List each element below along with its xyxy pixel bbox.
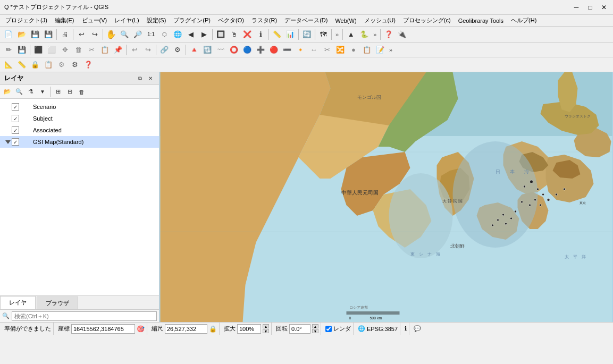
paste-features-button[interactable]: 📌: [112, 44, 124, 56]
crs-section[interactable]: 🌐 EPSG:3857: [356, 323, 400, 335]
menu-item-d[interactable]: データベース(D): [281, 15, 331, 26]
reshape-button[interactable]: 🔸: [294, 44, 307, 56]
zoom-native-button[interactable]: 1:1: [145, 28, 157, 41]
zoom-layer-button[interactable]: ⬡: [158, 28, 171, 41]
layer-check-subject[interactable]: ✓: [12, 115, 19, 122]
zoom-full-button[interactable]: 🌐: [171, 28, 184, 41]
expand-all-button[interactable]: ⊞: [53, 87, 63, 97]
measure-button[interactable]: 📏: [271, 28, 283, 41]
feature-form-button[interactable]: 📋: [42, 58, 55, 71]
maximize-button[interactable]: □: [585, 3, 595, 12]
pan-button[interactable]: ✋: [105, 28, 117, 41]
menu-item-s[interactable]: 設定(S): [144, 15, 170, 26]
coordinate-input[interactable]: [71, 324, 135, 334]
undo-button[interactable]: ↩: [75, 28, 88, 41]
plugin-button[interactable]: 🐍: [358, 28, 371, 41]
menu-item-geolibraraytools[interactable]: Geolibraray Tools: [455, 16, 507, 25]
menu-item-v[interactable]: ビュー(V): [79, 15, 111, 26]
magnify-down[interactable]: ▼: [263, 329, 269, 333]
toolbar-more2-button[interactable]: »: [371, 30, 379, 39]
deselect-button[interactable]: ❌: [241, 28, 254, 41]
collapse-all-button[interactable]: ⊟: [64, 87, 75, 97]
help-button[interactable]: ❓: [382, 28, 395, 41]
menu-item-h[interactable]: ヘルプ(H): [508, 15, 540, 26]
rotate-down[interactable]: ▼: [312, 329, 318, 333]
lock-button[interactable]: 🔒: [29, 58, 41, 71]
add-ring-button[interactable]: ⭕: [228, 44, 240, 56]
merge-button[interactable]: 🔀: [334, 44, 347, 56]
menu-item-o[interactable]: ベクタ(O): [215, 15, 247, 26]
remove-layer-button[interactable]: 🗑: [76, 87, 87, 97]
magnify-up[interactable]: ▲: [263, 324, 269, 328]
question-button[interactable]: ❓: [82, 58, 95, 71]
map-canvas[interactable]: 中華人民元司国 北朝鮮 大 韓 民 国 日 本 海 東 シ ナ 海 太 平 洋 …: [159, 72, 613, 322]
plugin2-button[interactable]: 🔌: [396, 28, 408, 41]
move-feature-button[interactable]: ✥: [58, 44, 71, 56]
layer-item-scenario[interactable]: ✓Scenario: [0, 101, 159, 113]
new-project-button[interactable]: 📄: [2, 28, 15, 41]
cad-button[interactable]: 📏: [15, 58, 28, 71]
print-button[interactable]: 🖨: [58, 28, 71, 41]
render-checkbox[interactable]: [325, 326, 332, 332]
edit-nodes-button[interactable]: ⬜: [45, 44, 58, 56]
toolbar-more-button[interactable]: »: [333, 30, 341, 39]
menu-item-l[interactable]: レイヤ(L): [111, 15, 142, 26]
scale-input[interactable]: [165, 324, 207, 334]
menu-item-c[interactable]: プロセッシング(c): [400, 15, 454, 26]
layers-more-button[interactable]: ▼: [37, 87, 48, 97]
magnify-spinner[interactable]: ▲ ▼: [263, 324, 269, 333]
search-input[interactable]: [12, 311, 157, 321]
menu-item-p[interactable]: プラグイン(P): [170, 15, 214, 26]
delete-ring-button[interactable]: 🔴: [267, 44, 280, 56]
rotate-input[interactable]: [289, 324, 310, 334]
zoom-out-button[interactable]: 🔎: [131, 28, 144, 41]
select-button[interactable]: 🔲: [214, 28, 227, 41]
more-tools-button[interactable]: ⚙: [55, 58, 68, 71]
statistics-button[interactable]: 📊: [284, 28, 297, 41]
copy-features-button[interactable]: 📋: [98, 44, 111, 56]
split-button[interactable]: ✂: [321, 44, 333, 56]
attr-table-button[interactable]: 📋: [360, 44, 373, 56]
zoom-next-button[interactable]: ▶: [198, 28, 211, 41]
redo-button[interactable]: ↪: [88, 28, 101, 41]
add-part-button[interactable]: ➕: [254, 44, 267, 56]
zoom-prev-button[interactable]: ◀: [184, 28, 197, 41]
layer-check-associated[interactable]: ✓: [12, 126, 19, 134]
menu-item-j[interactable]: プロジェクト(J): [2, 15, 51, 26]
refresh-button[interactable]: 🔄: [300, 28, 313, 41]
info-section[interactable]: ℹ: [402, 323, 409, 335]
rotate-up[interactable]: ▲: [312, 324, 318, 328]
terrain-button[interactable]: ▲: [345, 28, 357, 41]
tb-more3[interactable]: »: [387, 46, 394, 54]
save-as-button[interactable]: 💾: [42, 28, 55, 41]
fill-ring-button[interactable]: 🔵: [241, 44, 254, 56]
filter-layers-button[interactable]: 🔍: [14, 87, 24, 97]
delete-part-button[interactable]: ➖: [281, 44, 293, 56]
node-tool-button[interactable]: ●: [347, 44, 360, 56]
rotate-spinner[interactable]: ▲ ▼: [312, 324, 318, 333]
layer-diagram-button[interactable]: 🗺: [317, 28, 330, 41]
settings-button[interactable]: ⚙: [69, 58, 81, 71]
layer-check-gsi-map[interactable]: ✓: [12, 138, 19, 146]
offset-button[interactable]: ↔: [307, 44, 320, 56]
filter-by-map-button[interactable]: ⚗: [26, 87, 36, 97]
select-feature-button[interactable]: 🖱: [228, 28, 240, 41]
minimize-button[interactable]: ─: [572, 3, 581, 12]
save-project-button[interactable]: 💾: [29, 28, 41, 41]
redo-edits-button[interactable]: ↪: [141, 44, 154, 56]
save-edits-button[interactable]: 💾: [15, 44, 28, 56]
zoom-in-button[interactable]: 🔍: [118, 28, 131, 41]
snap-config-button[interactable]: ⚙: [171, 44, 184, 56]
layer-item-gsi-map[interactable]: ✓GSI Map(Standard): [0, 136, 159, 148]
bottom-tab-レイヤ[interactable]: レイヤ: [0, 296, 36, 309]
rotate-button[interactable]: 🔃: [201, 44, 214, 56]
pencil-button[interactable]: ✏: [2, 44, 15, 56]
menu-item-u[interactable]: メッシュ(U): [361, 15, 399, 26]
open-layer-button[interactable]: 📂: [2, 87, 13, 97]
magnify-input[interactable]: [237, 324, 261, 334]
menu-item-r[interactable]: ラスタ(R): [248, 15, 280, 26]
layer-item-associated[interactable]: ✓Associated: [0, 124, 159, 136]
menu-item-webw[interactable]: Web(W): [332, 16, 359, 25]
identify-button[interactable]: ℹ: [254, 28, 267, 41]
digitize-advanced-button[interactable]: 📐: [2, 58, 15, 71]
